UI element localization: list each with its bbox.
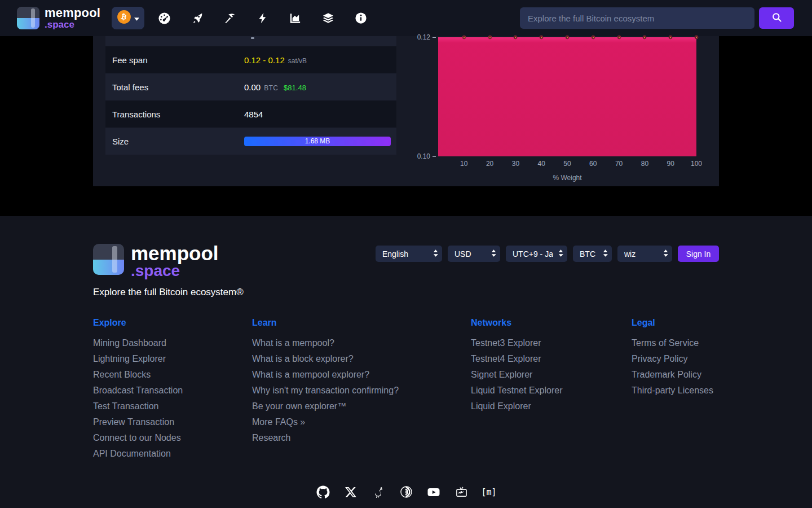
- x-axis-tick-label: 60: [589, 160, 597, 168]
- footer-brand-tld: .space: [131, 264, 219, 279]
- unit-select[interactable]: BTC: [573, 246, 612, 262]
- search-button[interactable]: [759, 7, 794, 29]
- footer-link[interactable]: What is a block explorer?: [252, 351, 471, 367]
- search-input[interactable]: [520, 7, 754, 29]
- chart-area-fill[interactable]: [438, 37, 696, 156]
- footer-link[interactable]: Signet Explorer: [471, 367, 632, 383]
- fee-span-unit: sat/vB: [288, 57, 307, 65]
- footer-link[interactable]: Lightning Explorer: [93, 351, 252, 367]
- graphs-chart-icon[interactable]: [289, 12, 302, 25]
- data-point-marker: [643, 36, 647, 40]
- matrix-icon[interactable]: [m]: [482, 485, 496, 499]
- footer-link[interactable]: What is a mempool?: [252, 335, 471, 351]
- github-icon[interactable]: [316, 485, 330, 499]
- x-twitter-icon[interactable]: [344, 485, 358, 499]
- docs-info-icon[interactable]: [354, 12, 367, 25]
- data-point-marker: [566, 36, 570, 40]
- footer-link[interactable]: Testnet4 Explorer: [471, 351, 632, 367]
- footer-link[interactable]: Third-party Licenses: [632, 383, 719, 398]
- footer-link[interactable]: Mining Dashboard: [93, 335, 252, 351]
- nostr-ostrich-icon[interactable]: [372, 485, 385, 499]
- timezone-select[interactable]: UTC+9 - Ja: [506, 246, 567, 262]
- block-overview-panel: Fee span 0.12 - 0.12 sat/vB Total fees 0…: [93, 36, 719, 186]
- table-row-total-fees: Total fees 0.00 BTC $81.48: [105, 73, 396, 100]
- table-row-transactions: Transactions 4854: [105, 100, 396, 128]
- data-point-marker: [695, 36, 699, 40]
- x-axis-tick-label: 100: [691, 160, 702, 168]
- footer-link[interactable]: Recent Blocks: [93, 367, 252, 383]
- dashboard-gauge-icon[interactable]: [158, 12, 171, 25]
- column-title: Networks: [471, 318, 632, 328]
- footer-link[interactable]: Connect to our Nodes: [93, 430, 252, 446]
- total-fees-fiat: $81.48: [284, 84, 306, 92]
- search-icon: [771, 12, 782, 24]
- y-axis-label-top: 0.12: [417, 33, 430, 41]
- mempool-logo-icon: [17, 7, 39, 29]
- bitcointv-icon[interactable]: [454, 485, 468, 499]
- x-axis-title: % Weight: [438, 174, 696, 182]
- x-axis-tick-label: 10: [460, 160, 467, 168]
- footer-column-explore: Explore Mining DashboardLightning Explor…: [93, 318, 252, 462]
- social-links: [m]: [93, 485, 719, 499]
- primary-nav: [158, 12, 367, 25]
- footer-link[interactable]: Test Transaction: [93, 398, 252, 414]
- footer-link[interactable]: What is a mempool explorer?: [252, 367, 471, 383]
- footer-column-legal: Legal Terms of ServicePrivacy PolicyTrad…: [632, 318, 719, 462]
- youtube-icon[interactable]: [427, 485, 440, 499]
- transactions-label: Transactions: [112, 110, 244, 119]
- lightning-icon[interactable]: [256, 12, 269, 25]
- search-form: [520, 7, 794, 29]
- updown-arrows-icon: [558, 249, 563, 259]
- footer-link[interactable]: Research: [252, 430, 471, 446]
- theme-select[interactable]: wiz: [617, 246, 672, 262]
- footer-link[interactable]: More FAQs »: [252, 414, 471, 430]
- footer-link[interactable]: Privacy Policy: [632, 351, 719, 367]
- sign-in-button[interactable]: Sign In: [678, 246, 719, 262]
- footer-link[interactable]: Preview Transaction: [93, 414, 252, 430]
- updown-arrows-icon: [603, 249, 608, 259]
- footer-link[interactable]: Broadcast Transaction: [93, 383, 252, 398]
- transactions-value: 4854: [244, 110, 263, 119]
- fee-span-value: 0.12 - 0.12: [244, 55, 285, 65]
- footer-link[interactable]: API Documentation: [93, 446, 252, 462]
- x-axis-tick-label: 70: [615, 160, 623, 168]
- size-progress-bar: 1.68 MB: [244, 137, 391, 146]
- layers-stack-icon[interactable]: [321, 12, 334, 25]
- footer-link[interactable]: Terms of Service: [632, 335, 719, 351]
- main-content: Fee span 0.12 - 0.12 sat/vB Total fees 0…: [0, 36, 812, 216]
- fee-distribution-chart[interactable]: 0.12 0.10 102030405060708090100 % Weight: [438, 37, 696, 185]
- footer-link[interactable]: Liquid Testnet Explorer: [471, 383, 632, 398]
- data-point-marker: [488, 36, 492, 40]
- total-fees-label: Total fees: [112, 82, 244, 92]
- bitfeed-swirl-icon[interactable]: [399, 485, 413, 499]
- data-point-marker: [591, 36, 595, 40]
- footer-link[interactable]: Liquid Explorer: [471, 398, 632, 414]
- footer-link[interactable]: Testnet3 Explorer: [471, 335, 632, 351]
- data-point-marker: [540, 36, 544, 40]
- rocket-icon[interactable]: [191, 12, 204, 25]
- footer-link[interactable]: Trademark Policy: [632, 367, 719, 383]
- data-point-marker: [617, 36, 621, 40]
- table-row-size: Size 1.68 MB: [105, 128, 396, 155]
- bitcoin-icon: [117, 10, 131, 27]
- block-details-table: Fee span 0.12 - 0.12 sat/vB Total fees 0…: [105, 36, 396, 155]
- footer-link[interactable]: Be your own explorer™: [252, 398, 471, 414]
- footer-logo-link[interactable]: mempool .space: [93, 244, 244, 279]
- mining-pickaxe-icon[interactable]: [223, 12, 236, 25]
- data-point-marker: [514, 36, 518, 40]
- footer-link[interactable]: Why isn't my transaction confirming?: [252, 383, 471, 398]
- y-axis-label-bottom: 0.10: [417, 152, 430, 160]
- brand-name: mempool: [45, 7, 100, 19]
- mempool-logo-link[interactable]: mempool .space: [17, 7, 100, 29]
- network-selector-dropdown[interactable]: [112, 7, 144, 29]
- footer-column-networks: Networks Testnet3 ExplorerTestnet4 Explo…: [471, 318, 632, 462]
- y-tick: [433, 37, 436, 38]
- page-footer: mempool .space Explore the full Bitcoin …: [0, 216, 812, 508]
- language-select[interactable]: English: [376, 246, 442, 262]
- top-navbar: mempool .space: [0, 0, 812, 36]
- x-axis-tick-label: 40: [538, 160, 545, 168]
- currency-select[interactable]: USD: [448, 246, 500, 262]
- footer-link-columns: Explore Mining DashboardLightning Explor…: [93, 318, 719, 462]
- data-point-marker: [669, 36, 673, 40]
- total-fees-value: 0.00: [244, 82, 261, 92]
